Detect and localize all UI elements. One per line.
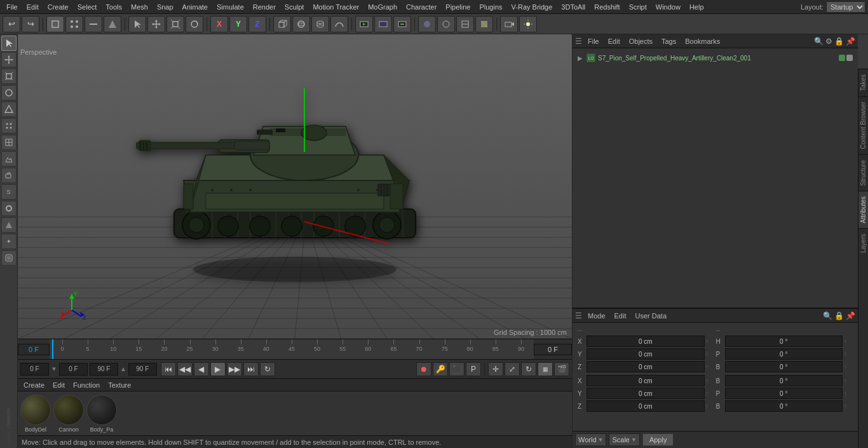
sidebar-arrow-tool[interactable] — [1, 36, 17, 51]
obj-menu-bookmarks[interactable]: Bookmarks — [682, 37, 723, 46]
stop-key-button[interactable]: ⬛ — [449, 362, 465, 376]
menu-window[interactable]: Window — [652, 2, 684, 12]
sidebar-tool-6[interactable] — [1, 118, 17, 133]
obj-dot-gray[interactable] — [846, 55, 853, 61]
sidebar-tool-11[interactable] — [1, 201, 17, 216]
timeline-playhead[interactable] — [52, 339, 53, 360]
tab-content-browser[interactable]: Content Browser — [858, 96, 868, 154]
sidebar-tool-14[interactable] — [1, 250, 17, 266]
render-region-button[interactable] — [355, 16, 373, 32]
mat-menu-texture[interactable]: Texture — [105, 381, 134, 390]
texture-button[interactable] — [475, 16, 493, 32]
current-frame-input[interactable] — [59, 363, 88, 376]
goto-end-button[interactable]: ⏭ — [243, 362, 259, 376]
obj-menu-file[interactable]: File — [585, 37, 602, 46]
coord-z-input[interactable] — [587, 361, 705, 372]
sidebar-tool-5[interactable] — [1, 102, 17, 117]
menu-character[interactable]: Character — [402, 2, 440, 12]
render-project-button[interactable] — [393, 16, 411, 32]
menu-motion-tracker[interactable]: Motion Tracker — [309, 2, 363, 12]
sidebar-tool-7[interactable] — [1, 135, 17, 150]
coord-x2-input[interactable] — [587, 375, 705, 386]
sidebar-rotate-tool[interactable] — [1, 85, 17, 100]
record-key-button[interactable]: ⏺ — [416, 362, 431, 376]
objects-panel-btn2[interactable]: 🔒 — [834, 37, 844, 46]
render-quick-button[interactable]: 🎬 — [554, 362, 569, 376]
coord-y-input[interactable] — [587, 348, 705, 360]
tab-takes[interactable]: Takes — [858, 69, 868, 96]
rotate-viewport-button[interactable]: ↻ — [521, 362, 536, 376]
obj-dot-green[interactable] — [839, 55, 845, 61]
attr-menu-mode[interactable]: Mode — [585, 311, 609, 320]
menu-sculpt[interactable]: Sculpt — [281, 2, 308, 12]
auto-key-button[interactable]: 🔑 — [433, 362, 448, 376]
menu-mograph[interactable]: MoGraph — [364, 2, 401, 12]
timeline-current-frame[interactable]: 0 F — [18, 344, 50, 355]
menu-vray[interactable]: V-Ray Bridge — [508, 2, 557, 12]
motion-button[interactable]: P — [466, 362, 481, 376]
coord-x-input[interactable] — [587, 336, 705, 347]
obj-menu-objects[interactable]: Objects — [626, 37, 656, 46]
coord-b3-input[interactable] — [725, 400, 843, 412]
menu-render[interactable]: Render — [249, 2, 280, 12]
coord-z2-input[interactable] — [587, 400, 705, 412]
menu-script[interactable]: Script — [625, 2, 651, 12]
menu-simulate[interactable]: Simulate — [213, 2, 248, 12]
play-button[interactable]: ▶ — [210, 362, 226, 376]
objects-search-icon[interactable]: 🔍 — [814, 37, 824, 46]
attr-menu-edit[interactable]: Edit — [611, 311, 630, 320]
sidebar-tool-12[interactable] — [1, 217, 17, 233]
layout-select[interactable]: Startup — [826, 1, 865, 13]
timeline-end-frame[interactable]: 0 F — [534, 344, 572, 355]
objects-panel-btn3[interactable]: 📌 — [846, 37, 855, 46]
attr-search-icon[interactable]: 🔍 — [823, 311, 832, 320]
material-item-2[interactable]: Body_Pa — [86, 395, 117, 433]
coord-h-input[interactable] — [725, 336, 843, 347]
x-axis-button[interactable]: X — [210, 16, 228, 32]
world-dropdown[interactable]: World ▼ — [575, 433, 606, 446]
polygon-mode-button[interactable] — [104, 16, 121, 32]
end-frame-input[interactable] — [90, 363, 118, 376]
menu-create[interactable]: Create — [44, 2, 72, 12]
attr-menu-userdata[interactable]: User Data — [632, 311, 670, 320]
step-frame-input[interactable] — [128, 363, 157, 376]
tab-attributes[interactable]: Attributes — [858, 191, 868, 228]
play-reverse-button[interactable]: ◀ — [194, 362, 209, 376]
model-mode-button[interactable] — [46, 16, 64, 32]
undo-button[interactable]: ↩ — [3, 16, 20, 32]
wireframe-button[interactable] — [437, 16, 455, 32]
menu-animate[interactable]: Animate — [179, 2, 212, 12]
y-axis-button[interactable]: Y — [229, 16, 247, 32]
move-tool-button[interactable] — [147, 16, 165, 32]
apply-button[interactable]: Apply — [642, 433, 674, 446]
edge-mode-button[interactable] — [85, 16, 102, 32]
render-view-button[interactable] — [374, 16, 392, 32]
redo-button[interactable]: ↪ — [22, 16, 39, 32]
obj-menu-edit[interactable]: Edit — [605, 37, 623, 46]
menu-pipeline[interactable]: Pipeline — [442, 2, 474, 12]
viewport[interactable]: View Cameras Display Options Filter Pane… — [18, 34, 572, 339]
mode-button[interactable]: ▦ — [538, 362, 553, 376]
start-frame-input[interactable] — [20, 363, 49, 376]
sidebar-move-tool[interactable] — [1, 52, 17, 67]
sidebar-tool-10[interactable]: S — [1, 184, 17, 200]
timeline-ruler[interactable]: 051015202530354045505560657075808590 — [50, 339, 534, 360]
z-axis-button[interactable]: Z — [248, 16, 266, 32]
coord-b2-input[interactable] — [725, 375, 843, 386]
camera-button[interactable] — [500, 16, 518, 32]
coord-y2-input[interactable] — [587, 388, 705, 399]
sidebar-tool-8[interactable] — [1, 151, 17, 166]
goto-start-button[interactable]: ⏮ — [161, 362, 176, 376]
menu-plugins[interactable]: Plugins — [475, 2, 506, 12]
sphere-button[interactable] — [292, 16, 310, 32]
menu-select[interactable]: Select — [74, 2, 101, 12]
menu-file[interactable]: File — [3, 2, 22, 12]
sidebar-tool-9[interactable] — [1, 168, 17, 183]
menu-tools[interactable]: Tools — [102, 2, 126, 12]
obj-expand-icon[interactable]: ▶ — [578, 55, 583, 62]
cube-button[interactable] — [273, 16, 291, 32]
scale-tool-button[interactable] — [166, 16, 184, 32]
mat-menu-function[interactable]: Function — [70, 381, 103, 390]
menu-snap[interactable]: Snap — [153, 2, 177, 12]
mat-menu-create[interactable]: Create — [20, 381, 48, 390]
